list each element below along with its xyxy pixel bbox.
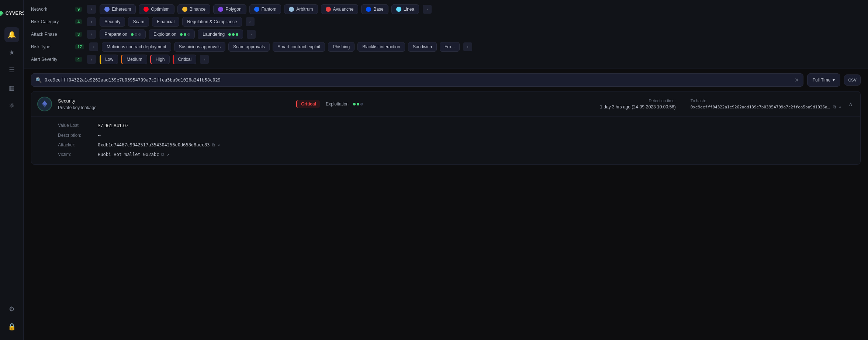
csv-export-btn[interactable]: CSV [844,74,861,86]
risktype-tag-sa[interactable]: Suspicious approvals [174,42,225,52]
network-ethereum-label: Ethereum [112,7,131,12]
main-content: Network 9 ‹ Ethereum Optimism Binance [24,0,868,340]
tx-hash-copy-btn[interactable]: ⧉ [833,104,836,110]
victim-address: Huobi_Hot_Wallet_0x2abc [98,152,159,157]
network-tag-base[interactable]: Base [361,4,388,14]
sidebar-item-star[interactable]: ★ [4,45,19,60]
phase-laundering-label: Laundering [203,32,225,37]
search-clear-btn[interactable]: ✕ [795,77,799,83]
risk-tag-financial[interactable]: Financial [152,17,179,27]
time-filter-label: Full Time [813,77,831,83]
risk-tag-security[interactable]: Security [100,17,125,27]
risktype-tag-sce[interactable]: Smart contract exploit [273,42,325,52]
attack-phase-group: Exploitation [326,101,363,107]
detection-time-label: Detection time: [600,98,675,103]
network-avalanche-label: Avalanche [333,7,354,12]
r-dot-1 [353,103,356,105]
risktype-tag-front[interactable]: Fro... [440,42,460,52]
risk-tag-scam[interactable]: Scam [128,17,149,27]
risktype-tag-phishing[interactable]: Phishing [328,42,355,52]
sidebar-item-chart[interactable]: ▦ [4,80,19,95]
chevron-down-icon: ▾ [833,77,835,83]
polygon-dot [218,7,223,12]
sidebar-item-atom[interactable]: ⚛ [4,98,19,113]
sidebar-item-list[interactable]: ☰ [4,63,19,77]
exp-dot-1 [180,33,183,36]
victim-copy-btn[interactable]: ⧉ [161,152,165,157]
ethereum-dot [104,7,110,12]
phase-tag-exploitation[interactable]: Exploitation [149,30,195,39]
attack-phase-result-label: Exploitation [326,101,349,107]
description-value: -- [98,133,101,138]
risk-category-prev-btn[interactable]: ‹ [87,17,96,26]
attack-phase-prev-btn[interactable]: ‹ [87,30,96,39]
risk-category-next-btn[interactable]: › [246,17,255,26]
alert-severity-prev-btn[interactable]: ‹ [87,55,96,64]
network-tag-fantom[interactable]: Fantom [249,4,281,14]
lock-icon: 🔒 [8,323,16,331]
sidebar-item-lock[interactable]: 🔒 [4,319,19,334]
chart-icon: ▦ [9,84,14,91]
detection-time-value: 1 day 3 hrs ago (24-09-2023 10:00:56) [600,104,675,110]
risktype-tag-mcd[interactable]: Malicious contract deployment [102,42,171,52]
victim-row: Victim: Huobi_Hot_Wallet_0x2abc ⧉ ↗ [58,152,853,157]
risk-security-label: Security [104,19,120,24]
alert-severity-label: Alert Severity [31,57,72,62]
severity-tag-critical[interactable]: Critical [173,55,197,64]
victim-external-btn[interactable]: ↗ [167,152,169,157]
prep-dot-3 [138,33,141,36]
phase-tag-laundering[interactable]: Laundering [198,30,243,39]
network-tag-arbitrum[interactable]: Arbitrum [284,4,318,14]
collapse-btn[interactable]: ∧ [847,99,854,109]
tx-hash-external-btn[interactable]: ↗ [838,104,841,110]
logo-icon: ◈ [0,9,3,17]
fantom-dot [254,7,259,12]
severity-tag-medium[interactable]: Medium [121,55,147,64]
network-tag-ethereum[interactable]: Ethereum [100,4,136,14]
attacker-copy-btn[interactable]: ⧉ [212,142,215,148]
risk-category-label: Risk Category [31,19,72,24]
network-tag-linea[interactable]: Linea [391,4,419,14]
optimism-dot [143,7,149,12]
preparation-dots [131,33,141,36]
network-tag-optimism[interactable]: Optimism [139,4,174,14]
alert-severity-next-btn[interactable]: › [200,55,209,64]
search-input[interactable] [31,73,803,87]
risktype-tag-sandwich[interactable]: Sandwich [408,42,437,52]
time-filter-btn[interactable]: Full Time ▾ [807,73,841,87]
risk-category-count: 4 [75,19,82,24]
sidebar-item-bell[interactable]: 🔔 [4,27,19,42]
gear-icon: ⚙ [9,305,15,313]
exp-dot-2 [184,33,186,36]
severity-phase-group: Critical Exploitation [296,100,363,108]
attack-phase-label: Attack Phase [31,32,72,37]
laundering-dots [228,33,238,36]
network-fantom-label: Fantom [262,7,277,12]
search-wrap: 🔍 ✕ [31,73,803,87]
risk-type-prev-btn[interactable]: ‹ [89,42,98,51]
network-next-btn[interactable]: › [423,5,432,14]
risktype-tag-scam-approvals[interactable]: Scam approvals [228,42,270,52]
phase-preparation-label: Preparation [104,32,127,37]
risk-type-filter-row: Risk Type 17 ‹ Malicious contract deploy… [31,42,861,52]
attacker-external-btn[interactable]: ↗ [217,142,220,148]
exploitation-dots [180,33,190,36]
network-prev-btn[interactable]: ‹ [87,5,96,14]
risktype-tag-blacklist[interactable]: Blacklist interaction [357,42,405,52]
logo-text: CYVERS [6,10,25,16]
phase-tag-preparation[interactable]: Preparation [100,30,146,39]
network-tag-avalanche[interactable]: Avalanche [321,4,359,14]
severity-tag-low[interactable]: Low [100,55,118,64]
risk-tag-regulation[interactable]: Regulation & Compliance [182,17,242,27]
avalanche-dot [326,7,331,12]
attack-phase-next-btn[interactable]: › [247,30,256,39]
network-tag-polygon[interactable]: Polygon [213,4,246,14]
prep-dot-2 [135,33,137,36]
risk-type-next-btn[interactable]: › [463,42,472,51]
sidebar-item-settings[interactable]: ⚙ [4,302,19,316]
severity-tag-high[interactable]: High [150,55,170,64]
result-header-1[interactable]: Security Private key leakage Critical Ex… [31,91,860,117]
network-tag-binance[interactable]: Binance [177,4,210,14]
laun-dot-1 [228,33,231,36]
attacker-address: 0xdb1d74467c9042517a354304256e0d658d8aec… [98,142,210,148]
